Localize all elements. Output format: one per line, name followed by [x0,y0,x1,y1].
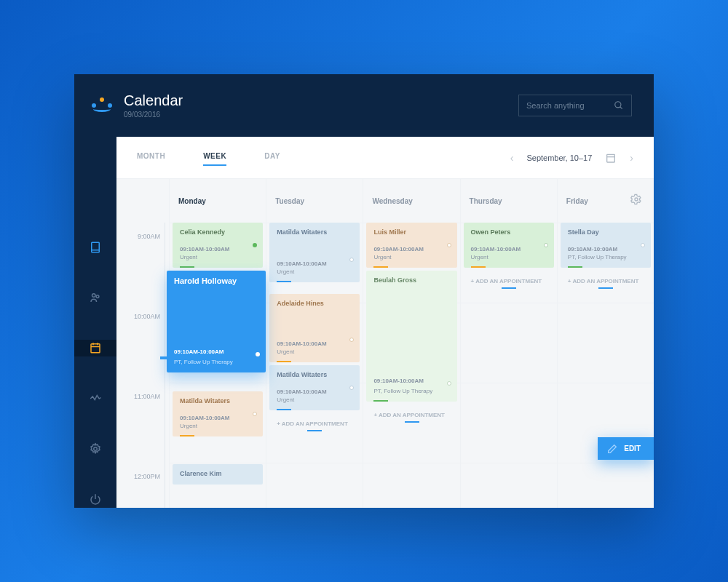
sidebar-item-power[interactable] [74,491,116,508]
tab-month[interactable]: MONTH [137,152,165,163]
time-label: 11:00AM [116,391,169,471]
power-icon [89,493,102,506]
time-label: 10:00AM [116,311,169,391]
svg-point-5 [96,295,99,298]
svg-point-4 [92,294,96,298]
time-label: 12:00PM [116,471,169,508]
content: MONTH WEEK DAY ‹ September, 10–17 › [116,137,654,508]
date-nav: ‹ September, 10–17 › [510,152,633,164]
svg-point-10 [94,447,98,451]
event-card[interactable]: Celia Kennedy 09:10AM-10:00AM Urgent [173,223,263,268]
search-placeholder: Search anything [526,101,585,110]
grid-settings-button[interactable] [630,194,642,208]
event-card[interactable]: Matilda Witaters 09:10AM-10:00AM Urgent [173,391,263,436]
event-card[interactable]: Matilda Witaters 09:10AM-10:00AM Urgent [269,365,360,410]
view-tabs: MONTH WEEK DAY [137,152,280,163]
sidebar-item-book[interactable] [74,239,116,255]
date-range: September, 10–17 [526,154,592,162]
event-tag: Urgent [180,423,256,429]
event-name: Luis Miller [373,228,449,236]
page-title: Calendar [124,92,183,109]
app-window: Calendar 09/03/2016 Search anything [74,74,654,508]
event-time: 09:10AM-10:00AM [471,246,547,252]
event-time: 09:10AM-10:00AM [174,348,223,355]
event-card[interactable]: Stella Day 09:10AM-10:00AM PT, Follow Up… [561,223,651,268]
event-tag: Urgent [373,254,449,260]
add-appointment-button[interactable]: + ADD AN APPOINTMENT [269,413,360,434]
event-tag: Urgent [277,348,352,355]
event-card[interactable]: Luis Miller 09:10AM-10:00AM Urgent [366,223,456,268]
calendar-grid: 9:00AM 10:00AM 11:00AM 12:00PM Monday [116,179,654,508]
page-date: 09/03/2016 [124,111,183,119]
search-icon [614,100,624,111]
add-appointment-button[interactable]: + ADD AN APPOINTMENT [464,271,554,292]
event-tag: PT, Follow Up Therapy [568,254,644,260]
svg-point-14 [635,198,638,201]
event-tag: PT, Follow Up Therapy [174,359,233,365]
day-header: Tuesday [266,179,363,223]
event-name: Owen Peters [471,228,547,236]
activity-icon [89,392,102,405]
gear-icon [630,194,642,205]
event-time: 09:10AM-10:00AM [277,260,352,267]
sidebar [74,137,116,508]
event-time: 09:10AM-10:00AM [373,378,423,384]
timeline-cursor[interactable] [160,356,169,359]
add-appointment-button[interactable]: + ADD AN APPOINTMENT [366,404,456,426]
event-card[interactable]: Matilda Witaters 09:10AM-10:00AM Urgent [269,223,360,282]
tab-day[interactable]: DAY [264,152,280,163]
sidebar-item-users[interactable] [74,289,116,306]
event-time: 09:10AM-10:00AM [373,246,449,252]
body: MONTH WEEK DAY ‹ September, 10–17 › [74,137,654,508]
event-card[interactable]: Clarence Kim [173,464,263,485]
sidebar-item-calendar[interactable] [74,340,116,356]
event-card[interactable]: Beulah Gross 09:10AM-10:00AM PT, Follow … [366,271,456,402]
svg-rect-2 [92,242,100,252]
header-left: Calendar 09/03/2016 [92,92,183,119]
prev-week-button[interactable]: ‹ [510,152,514,164]
day-column-monday: Monday Celia Kennedy 09:10AM-10:00AM Urg… [169,179,266,508]
tab-week[interactable]: WEEK [203,152,226,163]
event-name: Matilda Witaters [277,228,352,236]
svg-line-1 [620,107,622,109]
event-name: Matilda Witaters [277,371,352,378]
next-week-button[interactable]: › [630,152,633,164]
add-appointment-button[interactable]: + ADD AN APPOINTMENT [561,271,651,292]
event-name: Beulah Gross [373,276,449,284]
search-input[interactable]: Search anything [518,95,632,116]
days-container: Monday Celia Kennedy 09:10AM-10:00AM Urg… [169,179,654,508]
day-header: Wednesday [363,179,459,223]
edit-icon [606,443,618,455]
day-column-thursday: Thursday Owen Peters 09:10AM-10:00AM Urg… [460,179,557,508]
event-name: Adelaide Hines [277,300,352,307]
calendar-picker-icon[interactable] [605,152,617,164]
book-icon [89,241,102,254]
gear-icon [89,442,102,455]
event-card[interactable]: Adelaide Hines 09:10AM-10:00AM Urgent [269,294,360,362]
title-block: Calendar 09/03/2016 [124,92,183,119]
edit-button[interactable]: EDIT [598,437,654,460]
sidebar-item-activity[interactable] [74,390,116,407]
calendar-icon [89,341,102,354]
day-column-tuesday: Tuesday Matilda Witaters 09:10AM-10:00AM… [266,179,363,508]
event-time: 09:10AM-10:00AM [277,388,352,395]
day-column-wednesday: Wednesday Luis Miller 09:10AM-10:00AM Ur… [363,179,459,508]
event-name: Matilda Witaters [180,397,256,404]
event-time: 09:10AM-10:00AM [180,246,256,252]
event-name: Harold Holloway [174,276,258,285]
timeline-track [165,223,165,508]
event-tag: Urgent [471,254,547,260]
event-card[interactable]: Owen Peters 09:10AM-10:00AM Urgent [464,223,554,268]
event-tag: Urgent [277,396,352,403]
event-tag: Urgent [277,268,352,275]
svg-rect-6 [91,344,100,353]
event-name: Stella Day [568,228,644,236]
event-time: 09:10AM-10:00AM [568,246,644,252]
event-card-selected[interactable]: Harold Holloway 09:10AM-10:00AM PT, Foll… [167,271,266,372]
time-column: 9:00AM 10:00AM 11:00AM 12:00PM [116,179,169,508]
sidebar-item-settings[interactable] [74,440,116,457]
day-header: Thursday [461,179,557,223]
logo-icon [92,97,112,113]
time-label: 9:00AM [116,231,169,311]
event-time: 09:10AM-10:00AM [277,340,352,347]
